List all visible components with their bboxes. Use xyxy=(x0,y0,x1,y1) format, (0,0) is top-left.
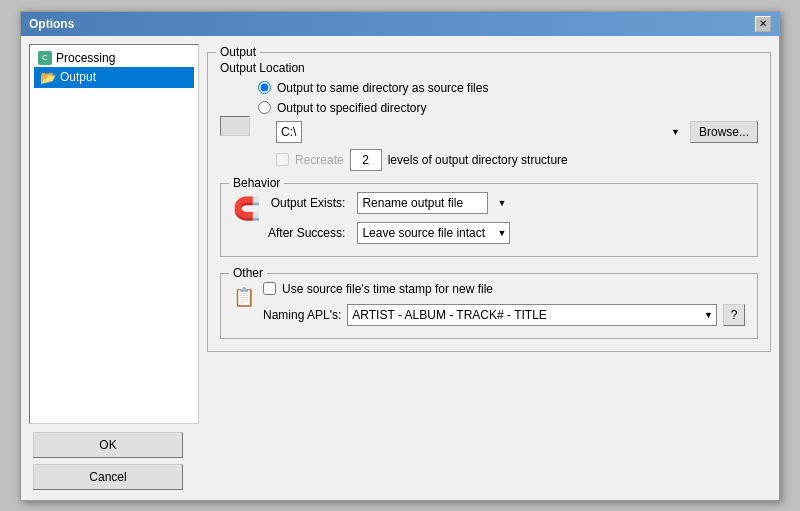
dialog-footer: OK Cancel xyxy=(21,432,779,500)
help-button[interactable]: ? xyxy=(723,304,745,326)
radio-specified-dir[interactable] xyxy=(258,101,271,114)
after-success-combo[interactable]: Leave source file intact Delete source f… xyxy=(357,222,510,244)
timestamp-checkbox[interactable] xyxy=(263,282,276,295)
naming-row: Naming APL's: ARTIST - ALBUM - TRACK# - … xyxy=(263,304,745,326)
timestamp-label: Use source file's time stamp for new fil… xyxy=(282,282,493,296)
radio-same-dir-row: Output to same directory as source files xyxy=(258,81,758,95)
sidebar-item-processing-label: Processing xyxy=(56,51,115,65)
other-group: Other 📋 Use source file's time stamp for… xyxy=(220,273,758,339)
output-location-title: Output Location xyxy=(220,61,758,75)
output-exists-combo[interactable]: Rename output file Overwrite Skip Ask xyxy=(357,192,488,214)
output-group: Output Output Location Output to same di… xyxy=(207,52,771,352)
dialog-body: C Processing 📂 Output Output Output Loca… xyxy=(21,36,779,432)
cancel-button[interactable]: Cancel xyxy=(33,464,183,490)
behavior-content: 🧲 Output Exists: Rename output file Over… xyxy=(233,192,745,244)
output-icon: 📂 xyxy=(40,70,56,85)
radio-specified-dir-label: Output to specified directory xyxy=(277,101,426,115)
behavior-group-label: Behavior xyxy=(229,176,284,190)
after-success-combo-wrapper: Leave source file intact Delete source f… xyxy=(357,222,510,244)
ok-button[interactable]: OK xyxy=(33,432,183,458)
title-bar: Options ✕ xyxy=(21,12,779,36)
output-exists-combo-wrapper: Rename output file Overwrite Skip Ask xyxy=(357,192,510,214)
behavior-grid: Output Exists: Rename output file Overwr… xyxy=(268,192,510,244)
dialog-title: Options xyxy=(29,17,74,31)
other-content: 📋 Use source file's time stamp for new f… xyxy=(233,282,745,326)
left-panel: C Processing 📂 Output xyxy=(29,44,199,424)
dir-combo-wrapper: C:\ xyxy=(276,121,684,143)
radio-same-dir-label: Output to same directory as source files xyxy=(277,81,488,95)
sidebar-item-output-label: Output xyxy=(60,70,96,84)
other-fields: Use source file's time stamp for new fil… xyxy=(263,282,745,326)
options-dialog: Options ✕ C Processing 📂 Output Output xyxy=(20,11,780,501)
sidebar-item-processing[interactable]: C Processing xyxy=(34,49,194,67)
processing-icon: C xyxy=(38,51,52,65)
naming-combo[interactable]: ARTIST - ALBUM - TRACK# - TITLE TRACK# -… xyxy=(347,304,717,326)
levels-input[interactable] xyxy=(350,149,382,171)
naming-label: Naming APL's: xyxy=(263,308,341,322)
timestamp-row: Use source file's time stamp for new fil… xyxy=(263,282,745,296)
levels-suffix-label: levels of output directory structure xyxy=(388,153,568,167)
behavior-icon: 🧲 xyxy=(233,192,260,222)
levels-row: Recreate levels of output directory stru… xyxy=(276,149,758,171)
location-options: Output to same directory as source files… xyxy=(258,81,758,171)
radio-specified-dir-row: Output to specified directory xyxy=(258,101,758,115)
after-success-label: After Success: xyxy=(268,226,349,240)
output-location-row: Output to same directory as source files… xyxy=(220,81,758,171)
output-exists-label: Output Exists: xyxy=(268,196,349,210)
output-group-label: Output xyxy=(216,45,260,59)
recreate-label: Recreate xyxy=(295,153,344,167)
browse-button[interactable]: Browse... xyxy=(690,121,758,143)
directory-row: C:\ Browse... xyxy=(276,121,758,143)
recreate-checkbox[interactable] xyxy=(276,153,289,166)
close-button[interactable]: ✕ xyxy=(755,16,771,32)
other-group-label: Other xyxy=(229,266,267,280)
directory-combo[interactable]: C:\ xyxy=(276,121,302,143)
behavior-group: Behavior 🧲 Output Exists: Rename output … xyxy=(220,183,758,257)
right-panel: Output Output Location Output to same di… xyxy=(207,44,771,424)
naming-combo-wrapper: ARTIST - ALBUM - TRACK# - TITLE TRACK# -… xyxy=(347,304,717,326)
sidebar-item-output[interactable]: 📂 Output xyxy=(34,67,194,88)
location-icon xyxy=(220,116,250,136)
radio-same-dir[interactable] xyxy=(258,81,271,94)
other-icon: 📋 xyxy=(233,282,255,308)
